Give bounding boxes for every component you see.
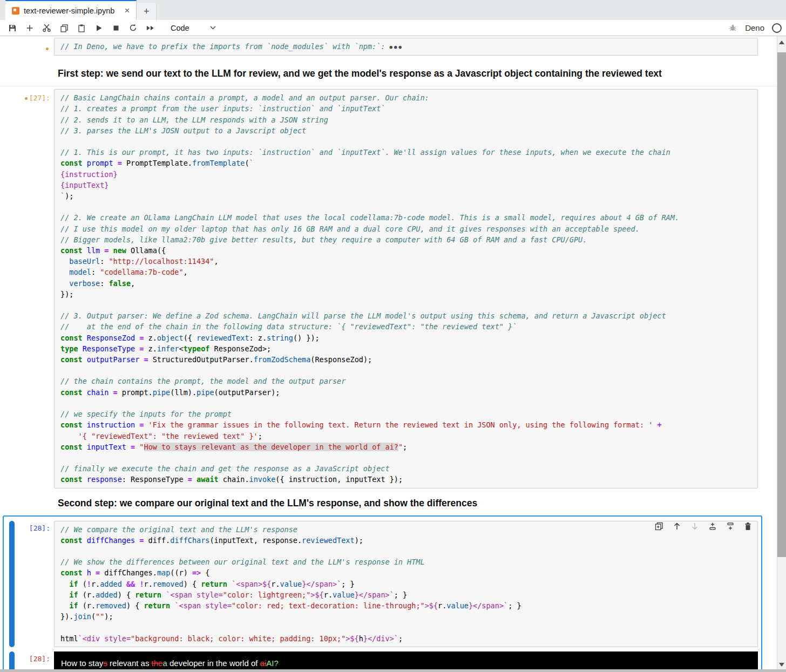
- restart-kernel-icon[interactable]: [128, 23, 138, 32]
- code-line: {instruction}: [60, 169, 751, 180]
- cell-28-input: [28]: // We compare the original text an…: [4, 521, 761, 647]
- notebook-file-icon: [12, 7, 19, 15]
- code-line: const response: ResponseType = await cha…: [60, 474, 751, 485]
- code-line: [60, 398, 751, 409]
- scroll-up-icon[interactable]: [779, 40, 784, 44]
- code-line: // at the end of the chain in the follow…: [60, 321, 751, 332]
- window-bottom-edge: [0, 669, 786, 672]
- code-line: // 3. Output parser: We define a Zod sch…: [60, 310, 751, 321]
- code-line: type ResponseType = z.infer<typeof Respo…: [60, 343, 751, 354]
- code-line: // 1. This is our prompt, it has two inp…: [60, 147, 751, 158]
- cell-toolbar: [654, 522, 753, 531]
- vertical-scrollbar[interactable]: [777, 36, 786, 672]
- code-cell-27: [27]: // Basic LangChain chains contain …: [0, 86, 777, 488]
- code-line: [60, 201, 751, 212]
- notebook-toolbar: Code Deno: [0, 20, 786, 36]
- code-line: const llm = new Ollama({: [60, 245, 751, 256]
- save-icon[interactable]: [8, 23, 17, 32]
- code-body: // Basic LangChain chains contain a prom…: [60, 92, 751, 485]
- input-collapser[interactable]: [9, 521, 15, 647]
- chevron-down-icon: [210, 26, 216, 30]
- delete-cell-icon[interactable]: [743, 522, 753, 531]
- cut-cell-icon[interactable]: [42, 23, 51, 32]
- code-line: [60, 136, 751, 147]
- code-editor[interactable]: // Basic LangChain chains contain a prom…: [54, 89, 758, 488]
- code-line: baseUrl: "http://localhost:11434",: [60, 256, 751, 267]
- scrollbar-thumb[interactable]: [777, 52, 786, 557]
- code-line: [60, 300, 751, 310]
- cell-prompt: [0, 38, 54, 56]
- paste-cell-icon[interactable]: [77, 23, 86, 32]
- insert-below-icon[interactable]: [726, 522, 735, 531]
- cell-prompt: [27]:: [0, 89, 54, 488]
- insert-above-icon[interactable]: [708, 522, 717, 531]
- cell-type-value: Code: [171, 24, 189, 32]
- markdown-heading: First step: we send our text to the LLM …: [58, 68, 662, 79]
- add-cell-icon[interactable]: [25, 23, 34, 32]
- code-cell-top: // In Deno, we have to prefix the import…: [0, 38, 777, 56]
- code-line: [60, 622, 751, 633]
- code-line: [60, 365, 751, 376]
- execution-count: [27]:: [29, 94, 50, 102]
- copy-cell-icon[interactable]: [59, 23, 69, 32]
- tab-bar: text-reviewer-simple.ipynb × +: [0, 0, 786, 20]
- code-line: // I use this model on my older laptop t…: [60, 223, 751, 234]
- code-line: const chain = prompt.pipe(llm).pipe(outp…: [60, 387, 751, 398]
- code-line: // Bigger models, like llama2:70b give b…: [60, 234, 751, 245]
- move-down-icon[interactable]: [690, 522, 699, 531]
- kernel-status-icon: [772, 23, 782, 33]
- code-line: // 2. sends it to an LLM, the LLM respon…: [60, 114, 751, 125]
- cell-type-dropdown[interactable]: Code: [171, 24, 216, 32]
- kernel-name: Deno: [745, 23, 764, 32]
- code-line: verbose: false,: [60, 278, 751, 289]
- code-line: const prompt = PromptTemplate.fromTempla…: [60, 158, 751, 168]
- stop-icon[interactable]: [111, 23, 120, 32]
- toolbar-right: Deno: [728, 23, 782, 33]
- code-line: // finally we execute the chain and get …: [60, 463, 751, 474]
- code-line: `);: [60, 191, 751, 201]
- unsaved-dot-icon: [46, 47, 49, 50]
- tabbar-spacer: [0, 0, 5, 20]
- code-body: // We compare the original text and the …: [60, 524, 751, 644]
- code-line: // 1. creates a prompt from the user inp…: [60, 103, 751, 114]
- code-editor[interactable]: // We compare the original text and the …: [54, 521, 758, 647]
- move-up-icon[interactable]: [672, 522, 681, 531]
- code-line: // We compare the original text and the …: [60, 524, 751, 535]
- code-line: const inputText = "How to stays relevant…: [60, 442, 751, 452]
- code-line: const instruction = 'Fix the grammar iss…: [60, 419, 751, 430]
- code-line: if (r.added) { return `<span style="colo…: [60, 589, 751, 600]
- code-line: // the chain contains the prompt, the mo…: [60, 376, 751, 386]
- code-line: [60, 452, 751, 463]
- code-line: const outputParser = StructuredOutputPar…: [60, 354, 751, 365]
- selected-cell-28: [28]: // We compare the original text an…: [3, 515, 762, 672]
- new-tab-button[interactable]: +: [137, 3, 157, 20]
- unsaved-dot-icon: [25, 97, 28, 100]
- code-line: model: "codellama:7b-code",: [60, 267, 751, 277]
- code-line: // 2. We create an OLlama LangChain LLM …: [60, 212, 751, 223]
- debug-icon[interactable]: [728, 23, 737, 32]
- duplicate-cell-icon[interactable]: [654, 522, 663, 531]
- tab-notebook[interactable]: text-reviewer-simple.ipynb ×: [5, 0, 137, 20]
- code-line: if (!r.added && !r.removed) { return `<s…: [60, 579, 751, 589]
- code-line: });: [60, 289, 751, 300]
- code-line: const ResponseZod = z.object({ reviewedT…: [60, 332, 751, 343]
- code-editor[interactable]: // In Deno, we have to prefix the import…: [54, 38, 758, 56]
- markdown-heading: Second step: we compare our original tex…: [58, 498, 477, 508]
- markdown-cell-first-step[interactable]: First step: we send our text to the LLM …: [0, 56, 777, 86]
- markdown-cell-second-step[interactable]: Second step: we compare our original tex…: [0, 488, 777, 515]
- tab-title: text-reviewer-simple.ipynb: [24, 6, 114, 15]
- code-line: // In Deno, we have to prefix the import…: [60, 41, 751, 52]
- scroll-down-icon[interactable]: [779, 663, 784, 667]
- code-body: // In Deno, we have to prefix the import…: [60, 41, 751, 52]
- code-line: '{ "reviewedText": "the reviewed text" }…: [60, 431, 751, 442]
- code-line: const diffChanges = diff.diffChars(input…: [60, 535, 751, 546]
- code-line: if (r.removed) { return `<span style="co…: [60, 600, 751, 611]
- diff-text: How to stays relevant as thea developer …: [61, 659, 279, 668]
- notebook-area: // In Deno, we have to prefix the import…: [0, 36, 777, 672]
- run-icon[interactable]: [94, 23, 103, 32]
- code-line: {inputText}: [60, 180, 751, 191]
- run-all-icon[interactable]: [146, 23, 155, 32]
- code-line: [60, 546, 751, 556]
- tab-close-icon[interactable]: ×: [124, 7, 130, 15]
- code-line: const h = diffChanges.map((r) => {: [60, 567, 751, 578]
